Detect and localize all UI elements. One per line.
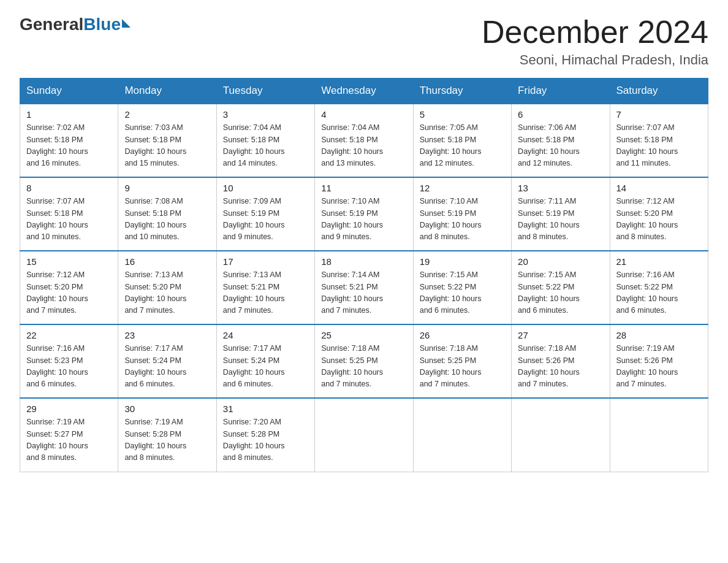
day-info: Sunrise: 7:07 AM Sunset: 5:18 PM Dayligh…	[616, 122, 702, 170]
weekday-header-sunday: Sunday	[20, 79, 118, 104]
day-info: Sunrise: 7:07 AM Sunset: 5:18 PM Dayligh…	[26, 196, 112, 243]
calendar-cell: 8 Sunrise: 7:07 AM Sunset: 5:18 PM Dayli…	[20, 177, 118, 251]
day-info: Sunrise: 7:05 AM Sunset: 5:18 PM Dayligh…	[420, 122, 505, 170]
day-info: Sunrise: 7:04 AM Sunset: 5:18 PM Dayligh…	[223, 122, 308, 170]
day-info: Sunrise: 7:10 AM Sunset: 5:19 PM Dayligh…	[321, 196, 406, 243]
day-info: Sunrise: 7:06 AM Sunset: 5:18 PM Dayligh…	[518, 122, 603, 170]
logo: General Blue	[20, 15, 131, 34]
calendar-cell: 16 Sunrise: 7:13 AM Sunset: 5:20 PM Dayl…	[118, 251, 216, 324]
day-number: 31	[223, 404, 308, 414]
day-number: 24	[223, 330, 308, 340]
day-info: Sunrise: 7:20 AM Sunset: 5:28 PM Dayligh…	[223, 416, 308, 464]
day-info: Sunrise: 7:14 AM Sunset: 5:21 PM Dayligh…	[321, 269, 406, 317]
day-info: Sunrise: 7:16 AM Sunset: 5:22 PM Dayligh…	[616, 269, 702, 317]
calendar-cell	[315, 398, 413, 472]
calendar-cell: 31 Sunrise: 7:20 AM Sunset: 5:28 PM Dayl…	[216, 398, 314, 472]
logo-text: General Blue	[20, 15, 131, 34]
weekday-header-saturday: Saturday	[610, 79, 708, 104]
day-info: Sunrise: 7:18 AM Sunset: 5:25 PM Dayligh…	[420, 343, 505, 391]
day-number: 26	[420, 330, 505, 340]
calendar-cell: 20 Sunrise: 7:15 AM Sunset: 5:22 PM Dayl…	[512, 251, 610, 324]
calendar-cell: 1 Sunrise: 7:02 AM Sunset: 5:18 PM Dayli…	[20, 104, 118, 177]
day-number: 5	[420, 109, 505, 120]
calendar-cell: 12 Sunrise: 7:10 AM Sunset: 5:19 PM Dayl…	[413, 177, 511, 251]
calendar-cell: 3 Sunrise: 7:04 AM Sunset: 5:18 PM Dayli…	[216, 104, 314, 177]
calendar-cell: 19 Sunrise: 7:15 AM Sunset: 5:22 PM Dayl…	[413, 251, 511, 324]
header: General Blue December 2024 Seoni, Himach…	[20, 15, 708, 68]
day-number: 22	[26, 330, 112, 340]
calendar-cell: 5 Sunrise: 7:05 AM Sunset: 5:18 PM Dayli…	[413, 104, 511, 177]
day-number: 6	[518, 109, 603, 120]
day-info: Sunrise: 7:02 AM Sunset: 5:18 PM Dayligh…	[26, 122, 112, 170]
day-number: 14	[616, 183, 702, 193]
day-number: 18	[321, 256, 406, 267]
logo-triangle-icon	[122, 19, 131, 28]
day-number: 16	[124, 256, 210, 267]
month-title: December 2024	[482, 15, 708, 50]
title-area: December 2024 Seoni, Himachal Pradesh, I…	[482, 15, 708, 68]
logo-blue-part: Blue	[83, 15, 131, 34]
calendar-cell: 18 Sunrise: 7:14 AM Sunset: 5:21 PM Dayl…	[315, 251, 413, 324]
day-number: 23	[124, 330, 210, 340]
calendar-cell: 30 Sunrise: 7:19 AM Sunset: 5:28 PM Dayl…	[118, 398, 216, 472]
week-row-4: 22 Sunrise: 7:16 AM Sunset: 5:23 PM Dayl…	[20, 324, 708, 398]
calendar-cell: 26 Sunrise: 7:18 AM Sunset: 5:25 PM Dayl…	[413, 324, 511, 398]
day-number: 7	[616, 109, 702, 120]
day-number: 30	[124, 404, 210, 414]
day-number: 17	[223, 256, 308, 267]
day-number: 19	[420, 256, 505, 267]
day-info: Sunrise: 7:19 AM Sunset: 5:27 PM Dayligh…	[26, 416, 112, 464]
day-info: Sunrise: 7:18 AM Sunset: 5:25 PM Dayligh…	[321, 343, 406, 391]
calendar-cell: 28 Sunrise: 7:19 AM Sunset: 5:26 PM Dayl…	[610, 324, 708, 398]
calendar-cell: 13 Sunrise: 7:11 AM Sunset: 5:19 PM Dayl…	[512, 177, 610, 251]
calendar-cell: 9 Sunrise: 7:08 AM Sunset: 5:18 PM Dayli…	[118, 177, 216, 251]
calendar-cell: 10 Sunrise: 7:09 AM Sunset: 5:19 PM Dayl…	[216, 177, 314, 251]
day-number: 2	[124, 109, 210, 120]
day-number: 13	[518, 183, 603, 193]
calendar-cell: 17 Sunrise: 7:13 AM Sunset: 5:21 PM Dayl…	[216, 251, 314, 324]
day-info: Sunrise: 7:03 AM Sunset: 5:18 PM Dayligh…	[124, 122, 210, 170]
calendar-cell	[512, 398, 610, 472]
week-row-2: 8 Sunrise: 7:07 AM Sunset: 5:18 PM Dayli…	[20, 177, 708, 251]
day-info: Sunrise: 7:15 AM Sunset: 5:22 PM Dayligh…	[518, 269, 603, 317]
day-info: Sunrise: 7:09 AM Sunset: 5:19 PM Dayligh…	[223, 196, 308, 243]
day-number: 15	[26, 256, 112, 267]
weekday-header-monday: Monday	[118, 79, 216, 104]
calendar-table: SundayMondayTuesdayWednesdayThursdayFrid…	[20, 78, 708, 472]
calendar-cell: 11 Sunrise: 7:10 AM Sunset: 5:19 PM Dayl…	[315, 177, 413, 251]
calendar-cell: 4 Sunrise: 7:04 AM Sunset: 5:18 PM Dayli…	[315, 104, 413, 177]
weekday-header-friday: Friday	[512, 79, 610, 104]
logo-general-text: General	[20, 15, 83, 34]
day-number: 10	[223, 183, 308, 193]
day-number: 21	[616, 256, 702, 267]
day-info: Sunrise: 7:17 AM Sunset: 5:24 PM Dayligh…	[124, 343, 210, 391]
calendar-cell: 7 Sunrise: 7:07 AM Sunset: 5:18 PM Dayli…	[610, 104, 708, 177]
day-info: Sunrise: 7:08 AM Sunset: 5:18 PM Dayligh…	[124, 196, 210, 243]
calendar-cell: 24 Sunrise: 7:17 AM Sunset: 5:24 PM Dayl…	[216, 324, 314, 398]
day-number: 12	[420, 183, 505, 193]
day-number: 25	[321, 330, 406, 340]
calendar-cell: 29 Sunrise: 7:19 AM Sunset: 5:27 PM Dayl…	[20, 398, 118, 472]
day-number: 11	[321, 183, 406, 193]
weekday-header-tuesday: Tuesday	[216, 79, 314, 104]
logo-blue-text: Blue	[83, 15, 121, 34]
day-number: 3	[223, 109, 308, 120]
day-number: 9	[124, 183, 210, 193]
day-info: Sunrise: 7:15 AM Sunset: 5:22 PM Dayligh…	[420, 269, 505, 317]
weekday-header-thursday: Thursday	[413, 79, 511, 104]
day-number: 28	[616, 330, 702, 340]
day-info: Sunrise: 7:17 AM Sunset: 5:24 PM Dayligh…	[223, 343, 308, 391]
day-info: Sunrise: 7:10 AM Sunset: 5:19 PM Dayligh…	[420, 196, 505, 243]
calendar-cell: 25 Sunrise: 7:18 AM Sunset: 5:25 PM Dayl…	[315, 324, 413, 398]
day-info: Sunrise: 7:19 AM Sunset: 5:26 PM Dayligh…	[616, 343, 702, 391]
day-number: 8	[26, 183, 112, 193]
calendar-cell: 22 Sunrise: 7:16 AM Sunset: 5:23 PM Dayl…	[20, 324, 118, 398]
week-row-5: 29 Sunrise: 7:19 AM Sunset: 5:27 PM Dayl…	[20, 398, 708, 472]
location-title: Seoni, Himachal Pradesh, India	[482, 52, 708, 68]
calendar-cell	[413, 398, 511, 472]
calendar-cell: 15 Sunrise: 7:12 AM Sunset: 5:20 PM Dayl…	[20, 251, 118, 324]
day-info: Sunrise: 7:04 AM Sunset: 5:18 PM Dayligh…	[321, 122, 406, 170]
calendar-cell: 14 Sunrise: 7:12 AM Sunset: 5:20 PM Dayl…	[610, 177, 708, 251]
day-number: 27	[518, 330, 603, 340]
calendar-cell: 21 Sunrise: 7:16 AM Sunset: 5:22 PM Dayl…	[610, 251, 708, 324]
